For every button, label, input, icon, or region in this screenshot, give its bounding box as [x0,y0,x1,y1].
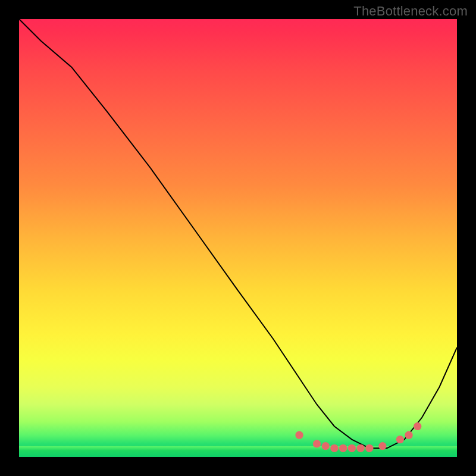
marker-dot [339,444,347,452]
marker-dot [365,444,373,452]
marker-dot [295,431,303,439]
marker-dot [405,431,412,439]
marker-dots [295,422,421,452]
marker-dot [322,442,330,450]
marker-dot [313,440,321,447]
marker-dot [414,422,421,430]
marker-dot [396,436,404,443]
marker-dot [378,442,386,450]
plot-area [19,19,457,457]
marker-dot [348,444,356,452]
marker-dot [330,444,338,452]
chart-svg [19,19,457,457]
watermark-text: TheBottleneck.com [353,4,468,19]
chart-frame: TheBottleneck.com [0,0,476,476]
marker-dot [356,444,364,452]
curve-line [19,19,457,448]
plot-gradient-background [19,19,457,457]
